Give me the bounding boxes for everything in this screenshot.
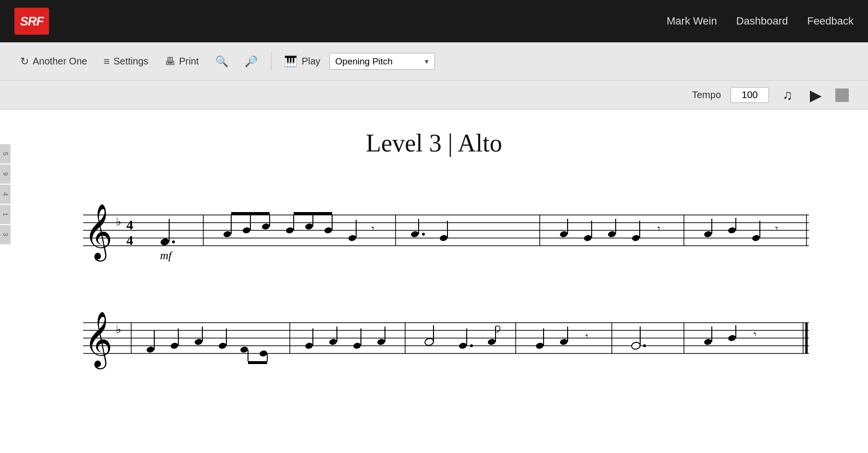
left-tab-5[interactable]: 5 <box>0 144 11 164</box>
svg-point-84 <box>377 338 386 346</box>
svg-point-43 <box>632 234 641 242</box>
svg-point-103 <box>643 344 646 347</box>
toolbar: ↻ Another One ≡ Settings 🖶 Print 🔍 🔎 🎹 P… <box>0 42 868 81</box>
staff-2: 𝄞 ♭ <box>50 294 818 373</box>
svg-marker-26 <box>294 212 332 215</box>
svg-point-9 <box>160 238 170 246</box>
tempo-input[interactable] <box>731 87 769 103</box>
svg-point-31 <box>410 230 420 238</box>
play-section: 🎹 Play Opening Pitch Full Song Verse Cho… <box>284 53 435 70</box>
svg-point-20 <box>285 226 295 234</box>
play-dropdown[interactable]: Opening Pitch Full Song Verse Chorus <box>329 53 435 70</box>
zoom-out-button[interactable]: 🔎 <box>239 52 263 71</box>
svg-point-37 <box>559 230 569 238</box>
svg-point-11 <box>172 240 175 243</box>
nav-links: Mark Wein Dashboard Feedback <box>667 15 854 27</box>
music-note-icon: ♫ <box>782 88 793 103</box>
left-tabs: 5 9 4 1 3 <box>0 144 11 244</box>
svg-point-66 <box>170 342 179 350</box>
svg-point-47 <box>704 230 713 238</box>
another-one-label: Another One <box>33 56 87 67</box>
play-button[interactable]: ▶ <box>806 84 826 106</box>
logo-text: SRF <box>20 14 44 29</box>
svg-point-95 <box>535 342 545 350</box>
logo[interactable]: SRF <box>14 8 49 35</box>
svg-point-24 <box>324 226 333 234</box>
svg-point-64 <box>146 346 155 353</box>
svg-text:𝄞: 𝄞 <box>84 204 112 262</box>
svg-point-91 <box>470 344 473 347</box>
svg-point-39 <box>583 234 593 242</box>
svg-point-101 <box>631 341 641 350</box>
svg-point-72 <box>240 346 249 353</box>
music-note-button[interactable]: ♫ <box>779 86 796 105</box>
play-dropdown-wrapper: Opening Pitch Full Song Verse Chorus ▼ <box>329 53 435 70</box>
svg-point-105 <box>704 338 713 346</box>
svg-text:♭: ♭ <box>116 215 121 228</box>
svg-text:4: 4 <box>126 233 133 248</box>
svg-point-107 <box>728 334 737 342</box>
left-tab-9[interactable]: 9 <box>0 164 11 184</box>
svg-point-70 <box>218 342 227 350</box>
refresh-icon: ↻ <box>20 55 29 68</box>
svg-text:4: 4 <box>126 217 133 232</box>
stop-button[interactable] <box>835 88 849 102</box>
nav-user[interactable]: Mark Wein <box>667 15 717 27</box>
nav-dashboard[interactable]: Dashboard <box>736 15 788 27</box>
zoom-in-icon: 🔍 <box>215 55 228 68</box>
svg-point-15 <box>242 226 251 234</box>
svg-point-78 <box>305 342 314 350</box>
svg-marker-19 <box>231 212 270 215</box>
left-tab-4[interactable]: 4 <box>0 185 11 204</box>
left-tab-1[interactable]: 1 <box>0 205 11 224</box>
svg-point-33 <box>422 233 425 236</box>
svg-point-13 <box>223 230 232 238</box>
staff-svg-2: 𝄞 ♭ <box>50 294 818 371</box>
playback-bar: Tempo ♫ ▶ <box>0 81 868 110</box>
svg-point-34 <box>439 234 448 242</box>
tuning-fork-icon: 🎹 <box>284 55 297 68</box>
svg-point-97 <box>559 338 569 346</box>
sheet-area: Level 3 | Alto 𝄞 ♭ 4 4 <box>0 110 868 453</box>
toolbar-separator-1 <box>271 52 272 71</box>
svg-point-87 <box>424 338 434 346</box>
sheet-title: Level 3 | Alto <box>366 129 502 157</box>
zoom-out-icon: 🔎 <box>245 55 258 68</box>
left-tab-3[interactable]: 3 <box>0 225 11 244</box>
svg-text:♭: ♭ <box>116 323 121 336</box>
another-one-button[interactable]: ↻ Another One <box>14 52 93 71</box>
svg-point-80 <box>329 338 338 346</box>
print-label: Print <box>179 56 199 67</box>
svg-point-49 <box>728 226 737 234</box>
svg-point-51 <box>752 234 761 242</box>
svg-point-74 <box>259 350 268 357</box>
svg-text:𝄞: 𝄞 <box>84 312 112 370</box>
print-button[interactable]: 🖶 Print <box>159 52 205 71</box>
svg-point-89 <box>459 342 468 350</box>
svg-point-17 <box>261 223 271 230</box>
svg-point-82 <box>353 342 362 350</box>
svg-marker-76 <box>248 361 267 364</box>
nav-feedback[interactable]: Feedback <box>807 15 854 27</box>
svg-point-92 <box>487 338 496 346</box>
print-icon: 🖶 <box>165 55 175 68</box>
zoom-in-button[interactable]: 🔍 <box>210 52 234 71</box>
svg-point-22 <box>305 223 314 230</box>
play-label: Play <box>302 56 321 67</box>
settings-label: Settings <box>113 56 148 67</box>
play-icon: ▶ <box>810 86 822 104</box>
top-navbar: SRF Mark Wein Dashboard Feedback <box>0 0 868 42</box>
svg-point-68 <box>194 338 203 346</box>
svg-point-41 <box>608 230 617 238</box>
settings-button[interactable]: ≡ Settings <box>98 52 154 71</box>
settings-icon: ≡ <box>103 55 110 68</box>
svg-text:𝄾: 𝄾 <box>754 332 756 337</box>
tempo-label: Tempo <box>692 89 721 101</box>
svg-text:mf: mf <box>160 249 173 262</box>
staff-1: 𝄞 ♭ 4 4 <box>50 186 818 265</box>
svg-point-27 <box>348 234 357 242</box>
staff-svg-1: 𝄞 ♭ 4 4 <box>50 186 818 263</box>
